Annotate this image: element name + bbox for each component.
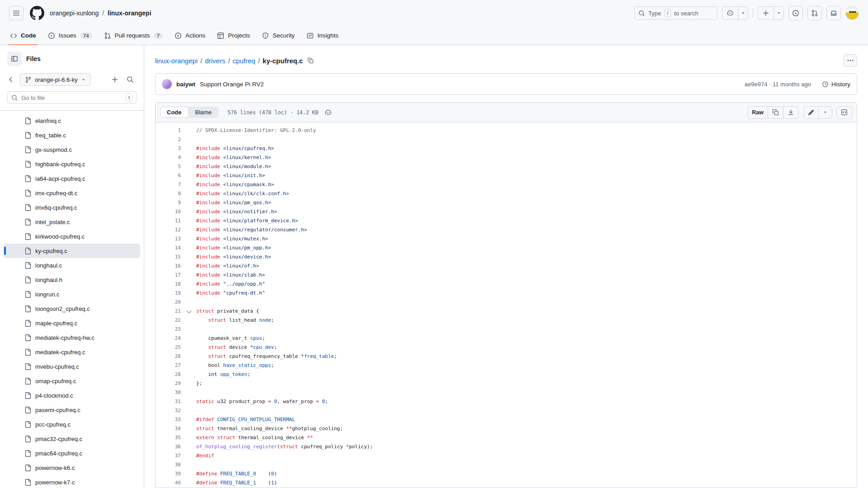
line-number[interactable]: 32: [156, 406, 184, 415]
file-tree-item[interactable]: p4-clockmod.c: [4, 388, 140, 403]
line-number[interactable]: 39: [156, 469, 184, 479]
hamburger-menu-button[interactable]: [9, 6, 24, 20]
file-tree-item[interactable]: imx-cpufreq-dt.c: [4, 186, 140, 200]
symbols-panel-button[interactable]: [836, 106, 852, 119]
line-number[interactable]: 21: [156, 307, 184, 316]
go-to-file-input[interactable]: Go to file t: [7, 91, 137, 104]
line-number[interactable]: 18: [156, 280, 184, 289]
commit-author-avatar[interactable]: [162, 79, 172, 89]
breadcrumb-repo-link[interactable]: linux-orangepi: [155, 57, 198, 65]
history-button[interactable]: History: [822, 81, 850, 88]
tab-actions[interactable]: Actions: [170, 26, 210, 45]
line-number[interactable]: 17: [156, 271, 184, 280]
line-number[interactable]: 9: [156, 198, 184, 207]
issues-dashboard-button[interactable]: [788, 6, 803, 20]
line-number[interactable]: 5: [156, 162, 184, 171]
line-number[interactable]: 22: [156, 316, 184, 325]
line-number[interactable]: 12: [156, 225, 184, 235]
line-number[interactable]: 33: [156, 415, 184, 424]
user-avatar[interactable]: [845, 6, 859, 20]
line-number[interactable]: 19: [156, 289, 184, 298]
line-number[interactable]: 3: [156, 144, 184, 153]
copilot-caret-icon[interactable]: [738, 7, 748, 19]
file-tree-item[interactable]: powernow-k7.c: [4, 475, 140, 488]
line-number[interactable]: 14: [156, 244, 184, 253]
line-number[interactable]: 4: [156, 153, 184, 162]
pull-requests-dashboard-button[interactable]: [807, 6, 822, 20]
line-number[interactable]: 26: [156, 352, 184, 361]
file-tree-item[interactable]: longhaul.h: [4, 272, 140, 287]
back-button[interactable]: [5, 73, 17, 86]
line-number[interactable]: 13: [156, 235, 184, 244]
context-owner-link[interactable]: orangepi-xunlong: [50, 9, 99, 17]
download-raw-button[interactable]: [783, 106, 799, 119]
line-number[interactable]: 16: [156, 262, 184, 271]
line-number[interactable]: 40: [156, 479, 184, 488]
line-number[interactable]: 8: [156, 189, 184, 198]
file-tree-item[interactable]: gx-suspmod.c: [4, 142, 140, 157]
file-tree-item[interactable]: maple-cpufreq.c: [4, 316, 140, 330]
raw-button[interactable]: Raw: [747, 106, 768, 119]
line-number[interactable]: 35: [156, 433, 184, 442]
file-tree-item[interactable]: imx6q-cpufreq.c: [4, 200, 140, 215]
line-number[interactable]: 38: [156, 460, 184, 469]
file-tree-item[interactable]: mvebu-cpufreq.c: [4, 359, 140, 374]
create-new-button[interactable]: [758, 6, 784, 20]
line-number[interactable]: 25: [156, 343, 184, 352]
file-tree-item[interactable]: ia64-acpi-cpufreq.c: [4, 171, 140, 186]
line-number[interactable]: 20: [156, 298, 184, 307]
tab-projects[interactable]: Projects: [212, 26, 255, 45]
commit-author[interactable]: baiywt: [176, 81, 195, 88]
file-tree-item[interactable]: elanfreq.c: [4, 113, 140, 128]
code-view-tab[interactable]: Code: [160, 107, 189, 118]
copy-path-button[interactable]: [307, 57, 314, 64]
line-number[interactable]: 1: [156, 126, 184, 135]
line-number[interactable]: 37: [156, 451, 184, 460]
file-tree-item[interactable]: longrun.c: [4, 287, 140, 301]
file-tree-item[interactable]: mediatek-cpufreq.c: [4, 345, 140, 359]
file-tree-item[interactable]: ky-cpufreq.c: [4, 244, 140, 258]
line-number[interactable]: 28: [156, 370, 184, 379]
line-number[interactable]: 15: [156, 253, 184, 262]
context-repo-link[interactable]: linux-orangepi: [108, 9, 151, 17]
line-number[interactable]: 6: [156, 171, 184, 180]
line-number[interactable]: 31: [156, 397, 184, 406]
file-tree-item[interactable]: powernow-k6.c: [4, 460, 140, 475]
file-tree-item[interactable]: highbank-cpufreq.c: [4, 157, 140, 171]
breadcrumb-dir-link[interactable]: cpufreq: [233, 57, 255, 65]
line-number[interactable]: 23: [156, 325, 184, 334]
new-file-button[interactable]: [108, 73, 121, 86]
file-tree-item[interactable]: kirkwood-cpufreq.c: [4, 229, 140, 244]
line-number[interactable]: 29: [156, 379, 184, 388]
tab-code[interactable]: Code: [5, 26, 41, 45]
collapse-file-tree-button[interactable]: [7, 52, 22, 66]
commit-sha-and-time[interactable]: ae9e974 · 11 months ago: [745, 81, 811, 88]
file-tree-item[interactable]: loongson2_cpufreq.c: [4, 301, 140, 316]
blame-view-tab[interactable]: Blame: [189, 107, 219, 118]
line-number[interactable]: 27: [156, 361, 184, 370]
line-number[interactable]: 11: [156, 216, 184, 225]
copilot-icon[interactable]: [325, 109, 332, 116]
tab-security[interactable]: Security: [257, 26, 299, 45]
global-search-input[interactable]: Type / to search: [634, 6, 717, 20]
line-number[interactable]: 36: [156, 442, 184, 451]
file-tree-item[interactable]: pmac32-cpufreq.c: [4, 432, 140, 446]
tab-insights[interactable]: Insights: [302, 26, 343, 45]
collapse-chevron-icon[interactable]: [184, 307, 194, 316]
file-tree-item[interactable]: freq_table.c: [4, 128, 140, 142]
more-options-button[interactable]: [844, 54, 857, 67]
file-tree-item[interactable]: mediatek-cpufreq-hw.c: [4, 330, 140, 345]
search-tree-button[interactable]: [124, 73, 137, 86]
edit-options-caret-button[interactable]: [818, 106, 832, 119]
file-tree-item[interactable]: pmac64-cpufreq.c: [4, 446, 140, 460]
line-number[interactable]: 7: [156, 180, 184, 189]
file-tree-item[interactable]: intel_pstate.c: [4, 215, 140, 229]
breadcrumb-dir-link[interactable]: drivers: [205, 57, 225, 65]
file-tree-item[interactable]: pcc-cpufreq.c: [4, 417, 140, 432]
notifications-inbox-button[interactable]: [826, 6, 841, 20]
file-tree-item[interactable]: longhaul.c: [4, 258, 140, 272]
line-number[interactable]: 30: [156, 388, 184, 397]
line-number[interactable]: 2: [156, 135, 184, 144]
create-new-caret-icon[interactable]: [774, 7, 783, 19]
line-number[interactable]: 34: [156, 424, 184, 433]
